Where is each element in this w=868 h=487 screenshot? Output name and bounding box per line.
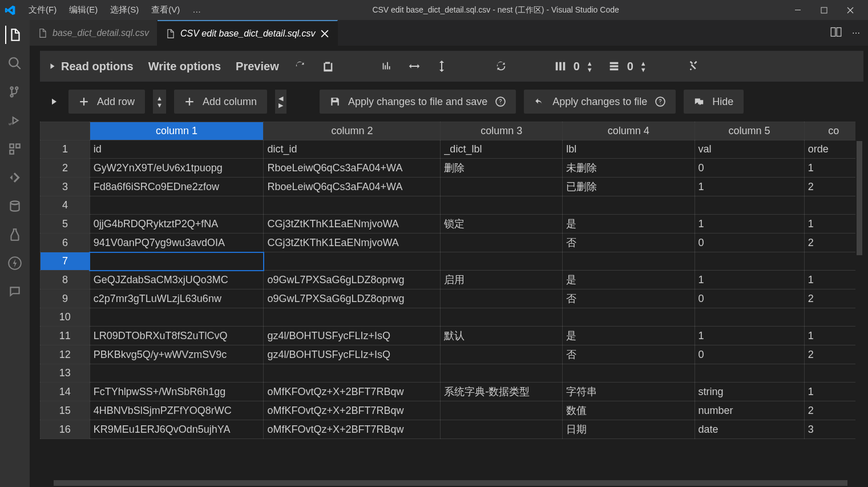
row-number[interactable]: 1: [41, 140, 90, 159]
row-number[interactable]: 5: [41, 215, 90, 234]
table-cell[interactable]: [90, 196, 264, 215]
table-cell[interactable]: [441, 345, 563, 364]
table-cell[interactable]: 2: [804, 401, 863, 420]
table-cell[interactable]: 是: [563, 215, 695, 234]
thunder-icon[interactable]: [6, 254, 24, 272]
table-cell[interactable]: CGj3tZtKThK1EaENmjvoWA: [264, 215, 441, 234]
menu-select[interactable]: 选择(S): [104, 2, 144, 18]
table-cell[interactable]: [90, 252, 264, 271]
table-cell[interactable]: _dict_lbl: [441, 140, 563, 159]
maximize-button[interactable]: [811, 0, 837, 20]
close-icon[interactable]: [320, 29, 329, 38]
table-cell[interactable]: number: [695, 401, 804, 420]
table-cell[interactable]: 0: [695, 289, 804, 308]
menu-more[interactable]: …: [187, 2, 207, 18]
table-row[interactable]: 16KR9MEu1ERJ6QvOdn5ujhYAoMfKFOvtQz+X+2BF…: [41, 420, 863, 439]
table-row[interactable]: 1iddict_id_dict_lbllblvalorde: [41, 140, 863, 159]
menu-file[interactable]: 文件(F): [23, 2, 62, 18]
rows-icon[interactable]: [608, 60, 620, 73]
tools-icon[interactable]: [688, 60, 700, 73]
col-width-spinner[interactable]: ▲▼: [587, 61, 593, 73]
minimize-button[interactable]: [785, 0, 811, 20]
v-resize-icon[interactable]: [435, 60, 448, 73]
row-number[interactable]: 6: [41, 234, 90, 252]
col-header-3[interactable]: column 3: [441, 122, 563, 140]
table-cell[interactable]: [563, 364, 695, 383]
write-options-button[interactable]: Write options: [148, 60, 221, 73]
split-editor-icon[interactable]: [830, 26, 842, 39]
table-row[interactable]: 9c2p7mr3gTLuWLzjL63u6nwo9GwL7PXSaG6gLDZ8…: [41, 289, 863, 308]
row-number[interactable]: 7: [41, 252, 90, 271]
table-cell[interactable]: 1: [804, 159, 863, 178]
table-cell[interactable]: oMfKFOvtQz+X+2BFT7RBqw: [264, 383, 441, 401]
table-cell[interactable]: o9GwL7PXSaG6gLDZ8oprwg: [264, 271, 441, 289]
git-lens-icon[interactable]: [6, 168, 24, 187]
more-icon[interactable]: ⋯: [852, 29, 860, 38]
table-cell[interactable]: [264, 196, 441, 215]
search-icon[interactable]: [6, 54, 24, 73]
table-cell[interactable]: 系统字典-数据类型: [441, 383, 563, 401]
table-cell[interactable]: 1: [804, 215, 863, 234]
table-cell[interactable]: Fd8a6f6iSRCo9EDne2zfow: [90, 178, 264, 196]
col-header-6[interactable]: co: [804, 122, 863, 140]
table-cell[interactable]: 否: [563, 289, 695, 308]
table-cell[interactable]: [441, 364, 563, 383]
table-cell[interactable]: 3: [804, 420, 863, 439]
row-number[interactable]: 9: [41, 289, 90, 308]
tab-base-dict-csv[interactable]: base_dict_detail.sql.csv: [30, 20, 158, 46]
help-icon[interactable]: [495, 96, 506, 107]
table-cell[interactable]: 未删除: [563, 159, 695, 178]
help-icon[interactable]: [655, 96, 665, 107]
table-cell[interactable]: 是: [563, 271, 695, 289]
menu-edit[interactable]: 编辑(E): [63, 2, 103, 18]
expand-icon[interactable]: [48, 95, 60, 108]
row-number[interactable]: 8: [41, 271, 90, 289]
table-cell[interactable]: [695, 196, 804, 215]
table-row[interactable]: 8GeQJZdabSaCM3xjUQo3MCo9GwL7PXSaG6gLDZ8o…: [41, 271, 863, 289]
table-cell[interactable]: [695, 308, 804, 327]
table-cell[interactable]: 否: [563, 234, 695, 252]
table-cell[interactable]: [90, 308, 264, 327]
table-cell[interactable]: oMfKFOvtQz+X+2BFT7RBqw: [264, 401, 441, 420]
read-options-button[interactable]: Read options: [49, 60, 134, 73]
table-cell[interactable]: 2: [804, 234, 863, 252]
table-row[interactable]: 11LR09DTObRXuT8fS2uTlCvQgz4l/BOHTUSFycFL…: [41, 327, 863, 345]
table-cell[interactable]: 1: [804, 327, 863, 345]
table-row[interactable]: 14FcTYhlpwSS+/WnSbR6h1ggoMfKFOvtQz+X+2BF…: [41, 383, 863, 401]
table-cell[interactable]: [264, 308, 441, 327]
table-cell[interactable]: FcTYhlpwSS+/WnSbR6h1gg: [90, 383, 264, 401]
table-cell[interactable]: 0jjG4bRDQRyktztP2Q+fNA: [90, 215, 264, 234]
table-cell[interactable]: 0: [695, 159, 804, 178]
table-cell[interactable]: [804, 196, 863, 215]
close-button[interactable]: [837, 0, 863, 20]
table-cell[interactable]: [804, 364, 863, 383]
table-cell[interactable]: [563, 196, 695, 215]
table-cell[interactable]: 锁定: [441, 215, 563, 234]
table-cell[interactable]: 941V0anPQ7yg9wu3avdOIA: [90, 234, 264, 252]
table-cell[interactable]: 2: [804, 345, 863, 364]
table-cell[interactable]: RboeLeiwQ6qCs3aFA04+WA: [264, 178, 441, 196]
csv-table[interactable]: column 1 column 2 column 3 column 4 colu…: [40, 122, 863, 439]
table-cell[interactable]: 0: [695, 345, 804, 364]
corner-cell[interactable]: [41, 122, 90, 140]
table-cell[interactable]: gz4l/BOHTUSFycFLIz+IsQ: [264, 345, 441, 364]
table-cell[interactable]: dict_id: [264, 140, 441, 159]
table-cell[interactable]: PBKBkvg5Q/y+wWVzmSV9c: [90, 345, 264, 364]
table-cell[interactable]: GyW2YnX9T/eUv6x1tpuopg: [90, 159, 264, 178]
source-control-icon[interactable]: [6, 83, 24, 101]
testing-icon[interactable]: [6, 226, 24, 244]
add-column-button[interactable]: Add column: [174, 90, 267, 114]
apply-save-button[interactable]: Apply changes to file and save: [320, 90, 516, 114]
row-number[interactable]: 10: [41, 308, 90, 327]
table-cell[interactable]: [695, 364, 804, 383]
table-cell[interactable]: [441, 289, 563, 308]
column-spinner[interactable]: ◀▶: [275, 90, 286, 114]
columns-icon[interactable]: [554, 60, 567, 73]
apply-button[interactable]: Apply changes to file: [524, 90, 676, 114]
table-cell[interactable]: 删除: [441, 159, 563, 178]
run-debug-icon[interactable]: [6, 111, 24, 130]
table-cell[interactable]: val: [695, 140, 804, 159]
col-header-4[interactable]: column 4: [563, 122, 695, 140]
table-cell[interactable]: 1: [695, 271, 804, 289]
table-cell[interactable]: string: [695, 383, 804, 401]
